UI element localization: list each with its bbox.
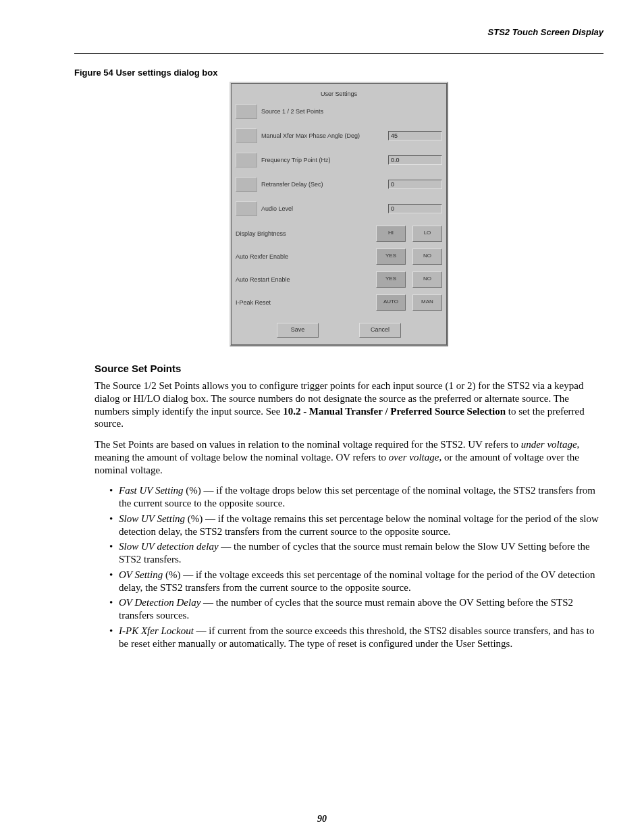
- doc-header: STS2 Touch Screen Display: [74, 27, 603, 40]
- section-heading-source-set-points: Source Set Points: [95, 363, 603, 374]
- row-handle: [236, 128, 257, 143]
- row-handle: [236, 153, 257, 167]
- term: Slow UV Setting: [119, 513, 185, 524]
- paragraph-2: The Set Points are based on values in re…: [95, 438, 603, 476]
- figure-caption: Figure 54 User settings dialog box: [74, 68, 603, 78]
- setting-row-freq-trip: Frequency Trip Point (Hz) 0.0: [236, 153, 442, 167]
- auto-restart-yes-button[interactable]: YES: [376, 271, 406, 288]
- para2-term-uv: under voltage: [521, 439, 577, 450]
- audio-input[interactable]: 0: [388, 204, 442, 213]
- row-handle: [236, 177, 257, 192]
- list-item: I-PK Xfer Lockout — if current from the …: [109, 625, 603, 650]
- toggle-label: Display Brightness: [236, 230, 369, 237]
- para2-text-a: The Set Points are based on values in re…: [95, 439, 521, 450]
- para1-crossref: 10.2 - Manual Transfer / Preferred Sourc…: [283, 406, 506, 417]
- setting-row-retransfer: Retransfer Delay (Sec) 0: [236, 177, 442, 192]
- row-handle: [236, 104, 257, 119]
- term-suffix: (%) —: [185, 513, 218, 524]
- cancel-button[interactable]: Cancel: [359, 323, 401, 338]
- term-suffix: (%) —: [184, 485, 217, 496]
- term: I-PK Xfer Lockout: [119, 625, 194, 636]
- term-suffix: —: [219, 541, 234, 552]
- row-label: Manual Xfer Max Phase Angle (Deg): [261, 132, 388, 139]
- auto-restart-no-button[interactable]: NO: [412, 271, 442, 288]
- page-number: 90: [0, 814, 644, 825]
- term: Slow UV detection delay: [119, 541, 219, 552]
- list-item: Fast UV Setting (%) — if the voltage dro…: [109, 484, 603, 510]
- brightness-hi-button[interactable]: HI: [376, 226, 406, 242]
- ipeak-man-button[interactable]: MAN: [412, 294, 442, 311]
- manual-xfer-input[interactable]: 45: [388, 131, 442, 140]
- retransfer-input[interactable]: 0: [388, 180, 442, 189]
- toggle-row-auto-restart: Auto Restart Enable YES NO: [236, 271, 442, 288]
- setting-row-audio: Audio Level 0: [236, 201, 442, 216]
- save-button[interactable]: Save: [277, 323, 319, 338]
- term-suffix: —: [200, 597, 216, 608]
- toggle-row-ipeak-reset: I-Peak Reset AUTO MAN: [236, 294, 442, 311]
- toggle-label: Auto Rexfer Enable: [236, 253, 369, 260]
- list-item: OV Detection Delay — the number of cycle…: [109, 596, 603, 622]
- toggle-label: Auto Restart Enable: [236, 276, 369, 283]
- auto-rexfer-yes-button[interactable]: YES: [376, 249, 406, 265]
- term: OV Detection Delay: [119, 597, 200, 608]
- para2-term-ov: over voltage: [389, 452, 439, 463]
- row-label: Source 1 / 2 Set Points: [261, 108, 442, 115]
- list-item: OV Setting (%) — if the voltage exceeds …: [109, 569, 603, 594]
- term-suffix: (%) —: [163, 569, 196, 580]
- header-rule: [74, 53, 603, 54]
- term: Fast UV Setting: [119, 485, 184, 496]
- toggle-label: I-Peak Reset: [236, 299, 369, 306]
- term-suffix: —: [194, 625, 209, 636]
- definitions-list: Fast UV Setting (%) — if the voltage dro…: [109, 484, 603, 650]
- user-settings-dialog: User Settings Source 1 / 2 Set Points Ma…: [230, 82, 448, 346]
- toggle-row-brightness: Display Brightness HI LO: [236, 226, 442, 242]
- paragraph-1: The Source 1/2 Set Points allows you to …: [95, 380, 603, 430]
- row-label: Audio Level: [261, 205, 388, 212]
- freq-trip-input[interactable]: 0.0: [388, 155, 442, 165]
- dialog-title: User Settings: [236, 86, 442, 104]
- row-label: Retransfer Delay (Sec): [261, 181, 388, 188]
- auto-rexfer-no-button[interactable]: NO: [412, 249, 442, 265]
- setting-row-source-set-points[interactable]: Source 1 / 2 Set Points: [236, 104, 442, 119]
- ipeak-auto-button[interactable]: AUTO: [376, 294, 406, 311]
- list-item: Slow UV detection delay — the number of …: [109, 540, 603, 566]
- brightness-lo-button[interactable]: LO: [412, 226, 442, 242]
- list-item: Slow UV Setting (%) — if the voltage rem…: [109, 513, 603, 538]
- row-label: Frequency Trip Point (Hz): [261, 157, 388, 163]
- toggle-row-auto-rexfer: Auto Rexfer Enable YES NO: [236, 249, 442, 265]
- setting-row-manual-xfer: Manual Xfer Max Phase Angle (Deg) 45: [236, 128, 442, 143]
- row-handle: [236, 201, 257, 216]
- term: OV Setting: [119, 569, 163, 580]
